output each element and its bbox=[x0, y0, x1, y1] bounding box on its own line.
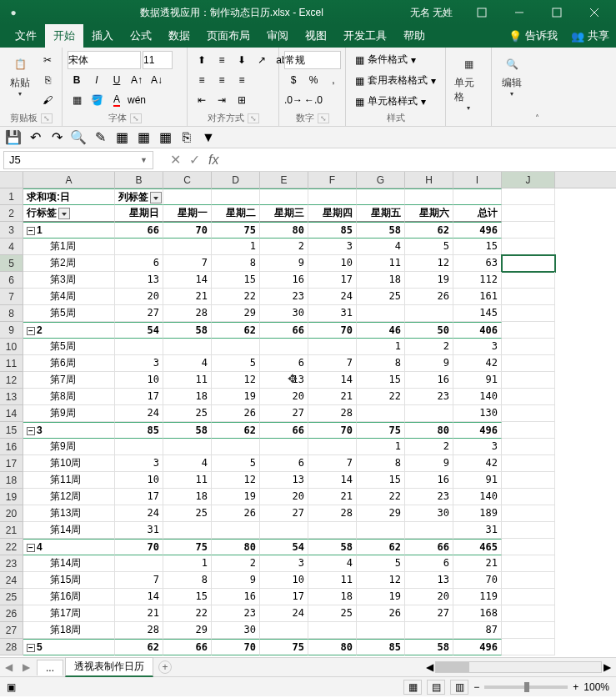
cell[interactable] bbox=[502, 572, 555, 589]
cell[interactable]: 星期四 bbox=[308, 205, 357, 222]
number-launcher[interactable]: ⤡ bbox=[318, 113, 329, 123]
tab-review[interactable]: 审阅 bbox=[258, 24, 297, 48]
row-header-26[interactable]: 26 bbox=[0, 605, 23, 622]
cell[interactable]: 15 bbox=[357, 472, 405, 489]
cell[interactable]: 2 bbox=[405, 339, 453, 355]
cell[interactable]: 第5周 bbox=[23, 339, 115, 355]
col-header-C[interactable]: C bbox=[163, 172, 212, 188]
cell[interactable]: 50 bbox=[405, 322, 453, 339]
cell[interactable]: 18 bbox=[163, 389, 212, 405]
cell[interactable]: 496 bbox=[453, 639, 502, 655]
cell[interactable] bbox=[502, 205, 555, 222]
cell[interactable]: 42 bbox=[453, 455, 502, 472]
cell[interactable]: 22 bbox=[212, 289, 260, 305]
cell[interactable]: 27 bbox=[115, 305, 163, 322]
cell[interactable] bbox=[308, 522, 357, 539]
cell[interactable]: 4 bbox=[357, 239, 405, 255]
horizontal-scrollbar[interactable] bbox=[435, 661, 602, 673]
cell[interactable]: 12 bbox=[405, 255, 453, 272]
cell[interactable]: 16 bbox=[405, 372, 453, 389]
cell[interactable] bbox=[260, 188, 308, 205]
row-header-25[interactable]: 25 bbox=[0, 589, 23, 605]
tab-help[interactable]: 帮助 bbox=[395, 24, 433, 48]
cell[interactable]: 8 bbox=[212, 255, 260, 272]
cell[interactable] bbox=[502, 489, 555, 505]
cell[interactable] bbox=[502, 389, 555, 405]
cell[interactable]: 12 bbox=[212, 472, 260, 489]
cell[interactable]: 465 bbox=[453, 539, 502, 555]
cell[interactable]: 24 bbox=[115, 405, 163, 422]
cell[interactable]: 5 bbox=[212, 455, 260, 472]
qat-btn-8[interactable]: ▦ bbox=[157, 129, 173, 146]
cell[interactable]: 行标签 bbox=[23, 205, 115, 222]
cell[interactable] bbox=[308, 622, 357, 639]
cell[interactable] bbox=[163, 188, 212, 205]
col-header-B[interactable]: B bbox=[115, 172, 163, 188]
cell[interactable]: 第14周 bbox=[23, 522, 115, 539]
qat-btn-9[interactable]: ⎘ bbox=[178, 129, 195, 146]
cell[interactable] bbox=[502, 622, 555, 639]
cell[interactable]: 11 bbox=[357, 255, 405, 272]
font-color-button[interactable]: A bbox=[108, 91, 126, 109]
cell[interactable]: 18 bbox=[163, 489, 212, 505]
decrease-font-button[interactable]: A↓ bbox=[148, 71, 166, 89]
cell[interactable]: 第10周 bbox=[23, 455, 115, 472]
cell[interactable]: 17 bbox=[115, 389, 163, 405]
format-painter-button[interactable]: 🖌 bbox=[38, 91, 57, 109]
cancel-formula-icon[interactable]: ✕ bbox=[170, 152, 181, 168]
cell[interactable]: 11 bbox=[163, 372, 212, 389]
cell[interactable]: 29 bbox=[357, 505, 405, 522]
cells-area[interactable]: 求和项:日列标签行标签星期日星期一星期二星期三星期四星期五星期六总计−16670… bbox=[23, 188, 555, 655]
cell[interactable]: 6 bbox=[115, 255, 163, 272]
cell[interactable] bbox=[163, 439, 212, 455]
cell[interactable]: 28 bbox=[308, 405, 357, 422]
cell[interactable]: 第7周 bbox=[23, 372, 115, 389]
select-all-corner[interactable] bbox=[0, 172, 23, 188]
cells-button[interactable]: ▦单元格▾ bbox=[451, 51, 486, 113]
cell[interactable]: 70 bbox=[308, 322, 357, 339]
cell[interactable]: 21 bbox=[308, 389, 357, 405]
paste-button[interactable]: 📋 粘贴▾ bbox=[5, 51, 35, 99]
cell[interactable] bbox=[212, 522, 260, 539]
cell[interactable] bbox=[260, 622, 308, 639]
cell-styles-button[interactable]: ▦单元格样式▾ bbox=[351, 93, 430, 110]
cell[interactable]: 22 bbox=[163, 605, 212, 622]
cell[interactable]: 8 bbox=[163, 572, 212, 589]
row-header-20[interactable]: 20 bbox=[0, 505, 23, 522]
font-launcher[interactable]: ⤡ bbox=[130, 113, 142, 123]
cell[interactable]: 2 bbox=[405, 439, 453, 455]
cell[interactable]: 31 bbox=[308, 305, 357, 322]
currency-button[interactable]: $ bbox=[284, 71, 303, 89]
cell[interactable]: 27 bbox=[260, 505, 308, 522]
cell[interactable]: 25 bbox=[163, 505, 212, 522]
cell[interactable] bbox=[357, 522, 405, 539]
cell[interactable]: 3 bbox=[453, 339, 502, 355]
cell[interactable]: 6 bbox=[405, 555, 453, 572]
cell[interactable]: 66 bbox=[260, 422, 308, 439]
align-top-button[interactable]: ⬆ bbox=[193, 51, 211, 69]
col-header-I[interactable]: I bbox=[453, 172, 502, 188]
cell[interactable]: 22 bbox=[357, 489, 405, 505]
col-header-A[interactable]: A bbox=[23, 172, 115, 188]
cell[interactable] bbox=[405, 188, 453, 205]
tell-me[interactable]: 💡告诉我 bbox=[502, 24, 564, 48]
cell[interactable] bbox=[260, 439, 308, 455]
cell[interactable]: 496 bbox=[453, 422, 502, 439]
cell[interactable]: 1 bbox=[357, 339, 405, 355]
cell[interactable]: 58 bbox=[357, 222, 405, 239]
cell[interactable]: 25 bbox=[357, 289, 405, 305]
close-icon[interactable] bbox=[575, 0, 613, 25]
cell[interactable]: 28 bbox=[308, 505, 357, 522]
cell[interactable]: 8 bbox=[357, 355, 405, 372]
row-header-10[interactable]: 10 bbox=[0, 339, 23, 355]
user-name[interactable]: 无名 无姓 bbox=[410, 6, 453, 20]
cell[interactable]: 第18周 bbox=[23, 622, 115, 639]
cell[interactable]: 第1周 bbox=[23, 239, 115, 255]
cell[interactable]: 列标签 bbox=[115, 188, 163, 205]
cell[interactable]: 80 bbox=[260, 222, 308, 239]
cell[interactable]: 58 bbox=[405, 639, 453, 655]
cell[interactable] bbox=[163, 339, 212, 355]
cell[interactable]: 62 bbox=[357, 539, 405, 555]
align-left-button[interactable]: ≡ bbox=[193, 71, 211, 89]
row-header-13[interactable]: 13 bbox=[0, 389, 23, 405]
